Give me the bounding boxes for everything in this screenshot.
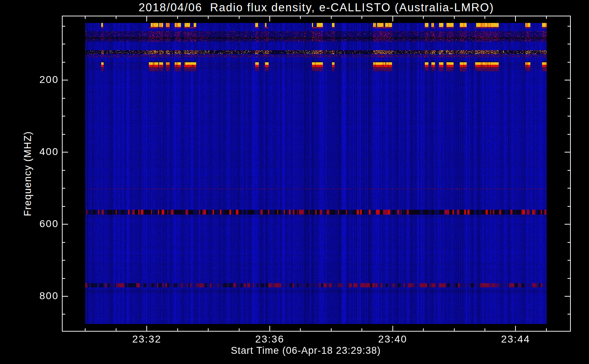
- y-tick-label: 800: [0, 290, 59, 302]
- spectrogram-screen: 2018/04/06 Radio flux density, e-CALLIST…: [0, 0, 589, 364]
- x-tick-label: 23:40: [371, 333, 415, 345]
- y-tick-label: 200: [0, 74, 59, 86]
- x-tick-label: 23:44: [494, 333, 537, 345]
- y-tick-label: 400: [0, 146, 59, 158]
- y-tick-label: 600: [0, 218, 59, 230]
- axes-frame: [0, 0, 589, 364]
- x-axis-title: Start Time (06-Apr-18 23:29:38): [52, 345, 560, 356]
- x-tick-label: 23:32: [125, 333, 169, 345]
- x-tick-label: 23:36: [248, 333, 292, 345]
